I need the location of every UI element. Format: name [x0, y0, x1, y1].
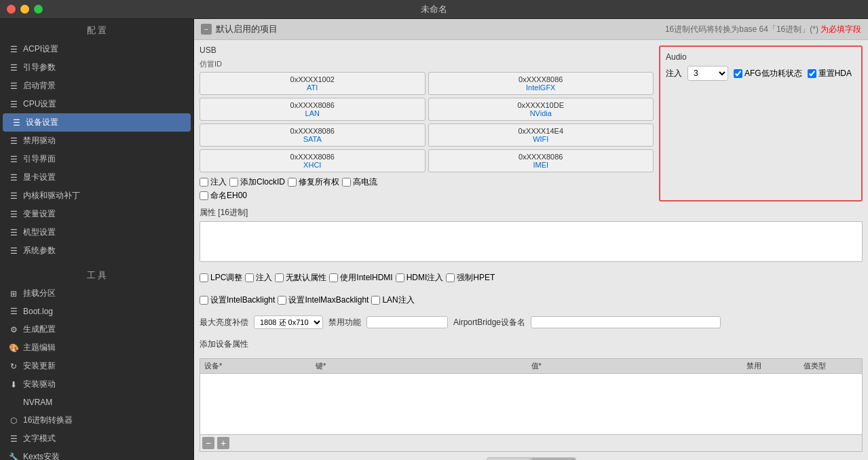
device-btn-ati[interactable]: 0xXXXX1002 ATI: [200, 72, 426, 95]
addclockid-checkbox[interactable]: 添加ClockID: [229, 176, 285, 188]
sidebar-item-disabledriver[interactable]: ☰ 禁用驱动: [0, 132, 193, 150]
nameh00-checkbox[interactable]: 命名EH00: [200, 190, 247, 202]
disabled-func-label: 禁用功能: [328, 317, 361, 328]
device-btn-wifi[interactable]: 0xXXXX14E4 WIFI: [428, 123, 654, 147]
afg-input[interactable]: [734, 69, 742, 78]
sidebar-item-modelconfig[interactable]: ☰ 机型设置: [0, 223, 193, 242]
sidebar-item-kexts[interactable]: 🔧 Kexts安装: [0, 448, 193, 460]
highcurrent-label: 高电流: [353, 176, 377, 188]
setIntelMaxBacklight-checkbox[interactable]: 设置IntelMaxBacklight: [278, 294, 369, 306]
properties-textarea[interactable]: [200, 221, 863, 262]
device-btn-imei[interactable]: 0xXXXX8086 IMEI: [428, 149, 654, 172]
highcurrent-input[interactable]: [342, 178, 351, 187]
mount-icon: ⊞: [8, 288, 19, 299]
sidebar-item-installdrivers[interactable]: ⬇ 安装驱动: [0, 375, 193, 394]
fixownership-checkbox[interactable]: 修复所有权: [288, 176, 339, 188]
sidebar-item-label: 安装驱动: [23, 379, 56, 390]
device-btn-xhci[interactable]: 0xXXXX8086 XHCI: [200, 149, 426, 172]
add-row-button[interactable]: +: [217, 437, 229, 449]
device-addr: 0xXXXX8086: [204, 101, 421, 109]
device-btn-intelgfx[interactable]: 0xXXXX8086 IntelGFX: [428, 72, 654, 95]
fixownership-input[interactable]: [288, 178, 297, 187]
lpc-checkbox[interactable]: LPC调整: [200, 272, 242, 284]
device-btn-sata[interactable]: 0xXXXX8086 SATA: [200, 123, 426, 147]
device-grid: 0xXXXX1002 ATI 0xXXXX8086 IntelGFX 0xXXX…: [200, 72, 654, 172]
nodefaultprop-checkbox[interactable]: 无默认属性: [275, 272, 326, 284]
sidebar-item-bootbg[interactable]: ☰ 启动背景: [0, 77, 193, 95]
setIntelMaxBacklight-input[interactable]: [278, 296, 286, 305]
device-addr: 0xXXXX8086: [204, 153, 421, 161]
sidebar-item-sysparams[interactable]: ☰ 系统参数: [0, 242, 193, 260]
sidebar-item-label: 禁用驱动: [23, 135, 56, 147]
minimize-button[interactable]: [20, 5, 29, 14]
LANinject-input[interactable]: [371, 296, 380, 305]
sidebar-item-label: 设备设置: [26, 117, 58, 128]
sidebar-item-textmode[interactable]: ☰ 文字模式: [0, 429, 193, 448]
tab-any[interactable]: 任意: [487, 457, 531, 460]
HDMIinject-input[interactable]: [396, 273, 404, 282]
sidebar-item-installupdates[interactable]: ↻ 安装更新: [0, 357, 193, 375]
LANinject-checkbox[interactable]: LAN注入: [371, 294, 414, 306]
lpc-input[interactable]: [200, 273, 208, 282]
tab-props[interactable]: 属性: [531, 457, 576, 460]
inject-input[interactable]: [200, 178, 208, 187]
nodefaultprop-input[interactable]: [275, 273, 284, 282]
window-controls: [7, 5, 43, 14]
setIntelBacklight-checkbox[interactable]: 设置IntelBacklight: [200, 294, 275, 306]
sidebar-item-themeeditor[interactable]: 🎨 主题编辑: [0, 339, 193, 357]
sidebar-item-label: 启动背景: [23, 80, 56, 92]
text-icon: ☰: [8, 434, 19, 444]
afg-checkbox[interactable]: AFG低功耗状态: [734, 68, 802, 79]
sidebar-item-genconfig[interactable]: ⚙ 生成配置: [0, 320, 193, 339]
sidebar-item-varconfig[interactable]: ☰ 变量设置: [0, 205, 193, 223]
inject-checkbox[interactable]: 注入: [200, 176, 227, 188]
forceHPET-checkbox[interactable]: 强制HPET: [446, 272, 495, 284]
sidebar-item-bootui[interactable]: ☰ 引导界面: [0, 150, 193, 168]
sidebar-item-nvram[interactable]: NVRAM: [0, 394, 193, 411]
highcurrent-checkbox[interactable]: 高电流: [342, 176, 377, 188]
inject2-checkbox[interactable]: 注入: [245, 272, 272, 284]
remove-row-button[interactable]: −: [202, 437, 214, 449]
sidebar-item-acpi[interactable]: ☰ ACPI设置: [0, 40, 193, 58]
reset-hda-input[interactable]: [808, 69, 816, 78]
airport-input[interactable]: [531, 316, 721, 328]
list-icon: ☰: [8, 227, 19, 238]
list-icon: ☰: [11, 117, 22, 128]
forceHPET-label: 强制HPET: [457, 272, 495, 284]
audio-inject-select[interactable]: 3: [687, 66, 728, 81]
setIntelBacklight-input[interactable]: [200, 296, 208, 305]
usb-nameh00-row: 命名EH00: [200, 190, 654, 202]
brightness-select[interactable]: 1808 还 0x710: [254, 315, 323, 329]
device-addr: 0xXXXX8086: [204, 127, 421, 135]
sidebar-item-bootargs[interactable]: ☰ 引导参数: [0, 58, 193, 77]
HDMIinject-checkbox[interactable]: HDMI注入: [396, 272, 444, 284]
forceHPET-input[interactable]: [446, 273, 455, 282]
device-name: ATI: [204, 83, 421, 92]
setIntelBacklight-label: 设置IntelBacklight: [210, 294, 275, 306]
maximize-button[interactable]: [34, 5, 43, 14]
nameh00-input[interactable]: [200, 191, 208, 200]
close-button[interactable]: [7, 5, 16, 14]
col-disable: 禁用: [747, 361, 801, 371]
main-layout: 配 置 ☰ ACPI设置 ☰ 引导参数 ☰ 启动背景 ☰ CPU设置 ☰ 设备设…: [0, 19, 868, 460]
useIntelHDMI-checkbox[interactable]: 使用IntelHDMI: [329, 272, 392, 284]
list-icon: ☰: [8, 44, 19, 55]
sidebar-item-gpuconfig[interactable]: ☰ 显卡设置: [0, 168, 193, 187]
addclockid-input[interactable]: [229, 178, 238, 187]
inject2-input[interactable]: [245, 273, 254, 282]
sidebar-item-cpuconfig[interactable]: ☰ CPU设置: [0, 95, 193, 113]
sidebar-item-label: Kexts安装: [23, 451, 60, 460]
sidebar-item-mount[interactable]: ⊞ 挂载分区: [0, 284, 193, 303]
list-icon: ☰: [8, 209, 19, 220]
sidebar-item-bootlog[interactable]: ☰ Boot.log: [0, 303, 193, 320]
col-device: 设备*: [204, 361, 313, 371]
device-btn-lan[interactable]: 0xXXXX8086 LAN: [200, 98, 426, 121]
sidebar-item-deviceconfig[interactable]: ☰ 设备设置: [3, 113, 191, 132]
reset-hda-checkbox[interactable]: 重置HDA: [808, 68, 852, 79]
sidebar-item-kerneldriver[interactable]: ☰ 内核和驱动补丁: [0, 187, 193, 205]
collapse-button[interactable]: −: [201, 24, 212, 35]
sidebar-item-hexconverter[interactable]: ⬡ 16进制转换器: [0, 411, 193, 429]
useIntelHDMI-input[interactable]: [329, 273, 338, 282]
device-btn-nvidia[interactable]: 0xXXXX10DE NVidia: [428, 98, 654, 121]
disabled-func-input[interactable]: [366, 316, 448, 328]
